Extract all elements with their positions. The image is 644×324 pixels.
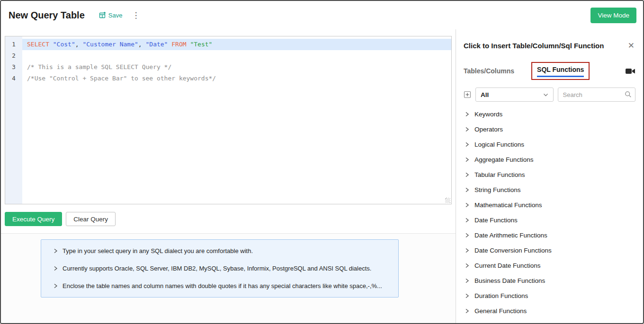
tip-item: Type in your select query in any SQL dia… — [54, 247, 389, 254]
tabs-row: Tables/Columns SQL Functions — [464, 62, 635, 80]
chevron-right-icon — [465, 278, 469, 283]
category-label: Aggregate Functions — [474, 156, 534, 163]
function-category-general-functions[interactable]: General Functions — [464, 303, 635, 318]
clear-query-button[interactable]: Clear Query — [66, 212, 116, 226]
function-category-date-conversion-functions[interactable]: Date Conversion Functions — [464, 243, 635, 258]
sql-token: "Test" — [190, 41, 212, 48]
editor-actions: Execute Query Clear Query — [5, 212, 452, 226]
category-label: Duration Functions — [474, 292, 528, 299]
function-category-operators[interactable]: Operators — [464, 122, 635, 137]
sql-token: "Customer Name" — [82, 41, 138, 48]
category-label: String Functions — [474, 186, 521, 193]
function-category-tabular-functions[interactable]: Tabular Functions — [464, 167, 635, 182]
category-label: Operators — [474, 126, 503, 133]
chevron-right-icon — [465, 308, 469, 314]
search-box — [558, 88, 635, 102]
chevron-right-icon — [465, 202, 469, 208]
function-category-string-functions[interactable]: String Functions — [464, 182, 635, 197]
search-input[interactable] — [558, 88, 635, 102]
category-label: Mathematical Functions — [474, 201, 542, 209]
line-number: 1 — [5, 39, 22, 50]
chevron-right-icon — [465, 233, 469, 238]
code-line[interactable]: /*Use "Control + Space Bar" to see other… — [22, 73, 451, 84]
category-label: Logical Functions — [474, 141, 524, 148]
line-number: 4 — [5, 73, 22, 84]
category-label: Current Date Functions — [474, 262, 541, 269]
code-line[interactable]: SELECT "Cost", "Customer Name", "Date" F… — [22, 39, 451, 50]
insert-panel-title: Click to Insert Table/Column/Sql Functio… — [464, 42, 604, 50]
sql-token: /* This is a sample SQL SELECT Query */ — [27, 63, 171, 70]
sql-token: , — [75, 41, 83, 48]
line-number: 3 — [5, 61, 22, 73]
chevron-right-icon — [465, 142, 469, 147]
category-label: Date Functions — [474, 217, 518, 224]
editor-gutter: 1234 — [5, 36, 22, 204]
sql-token: , — [138, 41, 146, 48]
chevron-right-icon — [465, 127, 469, 132]
query-editor-area: SELECT "Cost", "Customer Name", "Date" F… — [1, 29, 456, 323]
resize-handle[interactable] — [445, 198, 450, 203]
save-icon — [99, 11, 107, 19]
chevron-right-icon — [465, 157, 469, 162]
category-label: Date Conversion Functions — [474, 247, 552, 254]
page: New Query Table Save ⋮ View Mode SELECT … — [1, 1, 643, 323]
category-filter-dropdown[interactable]: All — [475, 88, 554, 102]
function-category-date-functions[interactable]: Date Functions — [464, 212, 635, 228]
page-title: New Query Table — [9, 10, 85, 21]
close-icon[interactable]: ✕ — [627, 41, 635, 51]
chevron-right-icon — [465, 293, 469, 298]
tips-box: Type in your select query in any SQL dia… — [41, 239, 399, 298]
chevron-right-icon — [54, 248, 58, 254]
tip-item: Currently supports Oracle, SQL Server, I… — [54, 265, 389, 272]
tip-text: Currently supports Oracle, SQL Server, I… — [63, 265, 371, 272]
execute-query-button[interactable]: Execute Query — [5, 212, 62, 226]
category-label: Date Arithmetic Functions — [474, 232, 547, 239]
function-category-business-date-functions[interactable]: Business Date Functions — [464, 273, 635, 288]
more-options-icon[interactable]: ⋮ — [130, 10, 142, 20]
chevron-right-icon — [465, 263, 469, 268]
video-icon[interactable] — [625, 68, 635, 75]
tab-tables-columns[interactable]: Tables/Columns — [464, 67, 514, 75]
chevron-down-icon — [543, 93, 548, 96]
content: SELECT "Cost", "Customer Name", "Date" F… — [1, 29, 643, 323]
chevron-right-icon — [54, 266, 58, 271]
function-category-date-arithmetic-functions[interactable]: Date Arithmetic Functions — [464, 228, 635, 243]
chevron-right-icon — [465, 248, 469, 253]
category-label: Tabular Functions — [474, 171, 525, 178]
chevron-right-icon — [465, 187, 469, 193]
function-category-current-date-functions[interactable]: Current Date Functions — [464, 258, 635, 273]
tab-sql-functions-highlight: SQL Functions — [531, 62, 590, 80]
function-category-list: KeywordsOperatorsLogical FunctionsAggreg… — [464, 106, 635, 318]
save-label: Save — [108, 12, 123, 19]
code-line[interactable] — [22, 50, 451, 61]
sql-token: /*Use "Control + Space Bar" to see other… — [27, 75, 216, 82]
function-category-logical-functions[interactable]: Logical Functions — [464, 137, 635, 152]
tip-text: Type in your select query in any SQL dia… — [63, 247, 253, 254]
expand-all-icon[interactable] — [464, 91, 471, 98]
category-label: Keywords — [474, 111, 502, 118]
tips-section: Type in your select query in any SQL dia… — [1, 233, 456, 323]
chevron-right-icon — [465, 172, 469, 177]
tip-item: Enclose the table names and column names… — [54, 282, 389, 289]
filter-row: All — [464, 88, 635, 102]
view-mode-button[interactable]: View Mode — [590, 8, 636, 23]
editor-code[interactable]: SELECT "Cost", "Customer Name", "Date" F… — [22, 36, 451, 84]
function-category-keywords[interactable]: Keywords — [464, 106, 635, 122]
function-category-duration-functions[interactable]: Duration Functions — [464, 288, 635, 303]
insert-panel-header: Click to Insert Table/Column/Sql Functio… — [464, 41, 635, 51]
chevron-right-icon — [465, 218, 469, 223]
function-category-mathematical-functions[interactable]: Mathematical Functions — [464, 197, 635, 212]
code-line[interactable]: /* This is a sample SQL SELECT Query */ — [22, 61, 451, 73]
search-icon[interactable] — [625, 91, 632, 100]
dropdown-selected-value: All — [481, 91, 489, 98]
category-label: Business Date Functions — [474, 277, 545, 284]
tab-sql-functions[interactable]: SQL Functions — [537, 66, 584, 77]
sql-token: FROM — [168, 41, 190, 48]
tip-text: Enclose the table names and column names… — [63, 282, 382, 289]
sql-editor[interactable]: SELECT "Cost", "Customer Name", "Date" F… — [5, 36, 452, 204]
chevron-right-icon — [54, 283, 58, 289]
save-button[interactable]: Save — [99, 11, 123, 19]
function-category-aggregate-functions[interactable]: Aggregate Functions — [464, 152, 635, 167]
header: New Query Table Save ⋮ View Mode — [1, 1, 643, 29]
sql-token: "Cost" — [53, 41, 75, 48]
